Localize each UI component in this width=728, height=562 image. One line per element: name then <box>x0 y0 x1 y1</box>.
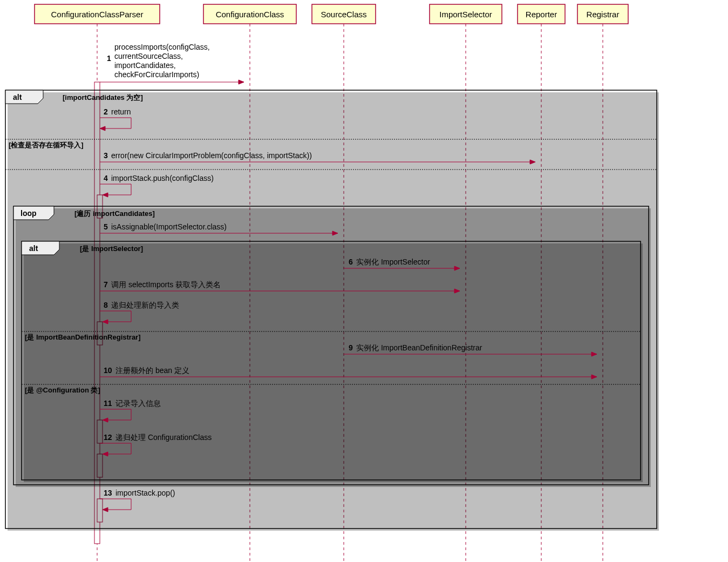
svg-text:实例化 ImportSelector: 实例化 ImportSelector <box>356 258 430 266</box>
svg-text:processImports(configClass,: processImports(configClass, <box>114 43 210 51</box>
participant-sourceclass: SourceClass <box>312 4 376 24</box>
svg-text:ConfigurationClassParser: ConfigurationClassParser <box>51 10 144 19</box>
svg-text:1: 1 <box>107 54 111 63</box>
frame-alt2-shadow <box>24 243 643 482</box>
svg-text:ImportSelector: ImportSelector <box>439 10 492 19</box>
svg-text:currentSourceClass,: currentSourceClass, <box>114 52 183 60</box>
svg-text:4: 4 <box>104 174 108 182</box>
svg-text:7: 7 <box>104 280 108 289</box>
svg-marker-18 <box>239 80 244 84</box>
message-1: 1 processImports(configClass, currentSou… <box>100 43 244 84</box>
frame-alt2-guard1: [是 ImportSelector] <box>80 245 143 253</box>
participant-registrar: Registrar <box>577 4 628 24</box>
svg-text:SourceClass: SourceClass <box>321 10 366 19</box>
svg-text:error(new CircularImportProble: error(new CircularImportProblem(configCl… <box>111 151 312 160</box>
participant-parser: ConfigurationClassParser <box>35 4 160 24</box>
svg-text:11: 11 <box>104 399 112 408</box>
svg-text:记录导入信息: 记录导入信息 <box>115 399 161 408</box>
frame-alt1-tag <box>5 90 43 104</box>
svg-text:Registrar: Registrar <box>587 10 620 19</box>
svg-text:12: 12 <box>104 433 112 442</box>
frame-alt2-label: alt <box>29 244 38 253</box>
frame-alt1-label: alt <box>13 93 22 101</box>
svg-text:实例化 ImportBeanDefinitionRegist: 实例化 ImportBeanDefinitionRegistrar <box>356 343 482 352</box>
svg-text:ConfigurationClass: ConfigurationClass <box>216 10 284 19</box>
frame-alt2-guard2: [是 ImportBeanDefinitionRegistrar] <box>25 333 141 341</box>
svg-text:checkForCircularImports): checkForCircularImports) <box>114 70 199 79</box>
frame-alt2-guard3: [是 @Configuration 类] <box>25 386 100 394</box>
svg-text:9: 9 <box>349 343 353 352</box>
svg-text:return: return <box>111 107 131 116</box>
frame-alt2-tag <box>22 241 59 255</box>
svg-text:递归处理 ConfigurationClass: 递归处理 ConfigurationClass <box>115 433 212 442</box>
svg-text:10: 10 <box>104 366 112 375</box>
svg-text:13: 13 <box>104 489 112 497</box>
svg-text:递归处理新的导入类: 递归处理新的导入类 <box>111 301 179 309</box>
participant-importselector: ImportSelector <box>430 4 502 24</box>
svg-text:importStack.push(configClass): importStack.push(configClass) <box>111 174 214 182</box>
svg-text:importCandidates,: importCandidates, <box>114 61 176 70</box>
participant-reporter: Reporter <box>518 4 565 24</box>
participant-configclass: ConfigurationClass <box>203 4 296 24</box>
svg-text:8: 8 <box>104 301 108 309</box>
svg-text:Reporter: Reporter <box>526 10 557 19</box>
svg-text:3: 3 <box>104 151 108 160</box>
svg-text:调用 selectImports 获取导入类名: 调用 selectImports 获取导入类名 <box>111 280 221 289</box>
svg-text:importStack.pop(): importStack.pop() <box>115 489 175 497</box>
frame-loop-label: loop <box>21 209 37 218</box>
svg-text:5: 5 <box>104 222 108 231</box>
frame-alt1-guard1: [importCandidates 为空] <box>63 93 143 101</box>
svg-text:2: 2 <box>104 107 108 116</box>
frame-loop-guard: [遍历 importCandidates] <box>74 209 155 218</box>
svg-text:注册额外的 bean 定义: 注册额外的 bean 定义 <box>115 366 189 375</box>
frame-alt1-guard2: [检查是否存在循环导入] <box>9 141 84 149</box>
svg-text:isAssignable(ImportSelector.cl: isAssignable(ImportSelector.class) <box>111 222 227 231</box>
svg-text:6: 6 <box>349 258 353 266</box>
